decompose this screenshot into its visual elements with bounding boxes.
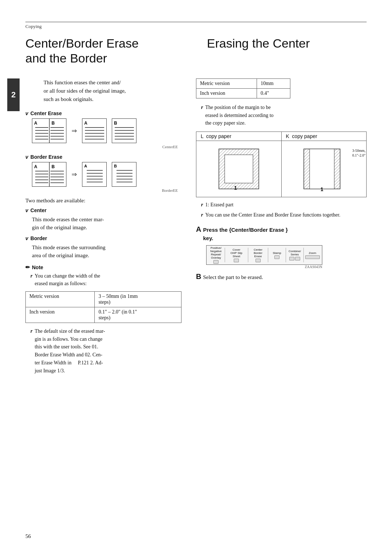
table-row: Inch version 0.1" – 2.0" (in 0.1"steps): [26, 307, 181, 323]
key-buttons-6: [305, 255, 320, 259]
bullet-v-3: v: [25, 207, 28, 213]
svg-rect-52: [225, 155, 253, 183]
table-cell: Metric version: [196, 78, 257, 88]
border-erase-label: v Border Erase: [25, 154, 181, 160]
r-bullet-3: r: [201, 104, 203, 127]
svg-text:A: A: [84, 164, 87, 168]
key-group-2: CoverOHP Slip Sheet: [226, 248, 246, 262]
svg-text:A: A: [34, 164, 37, 169]
border-erase-result-B: B: [112, 162, 136, 187]
key-group-label-5: Combine/Series: [289, 250, 301, 256]
key-group-4: Stamp: [270, 251, 284, 259]
default-value-table: Metric version 10mm Inch version 0.4": [196, 78, 290, 98]
right-note-1: r The position of the margin to beerased…: [201, 104, 367, 127]
key-group-5: Combine/Series: [287, 250, 302, 260]
step-A: A Press the {Center/Border Erase }key.: [196, 225, 367, 242]
two-methods-text: Two methods are available:: [25, 198, 181, 204]
center-mode-desc: This mode erases the center mar-gin of t…: [32, 215, 181, 232]
bullet-v-1: v: [25, 110, 28, 116]
key-group-label-3: CenterBorder Erase: [250, 248, 266, 258]
key-group-label-4: Stamp: [273, 251, 281, 255]
breadcrumb: Copying: [25, 24, 367, 29]
table-cell: 3 – 50mm (in 1mmsteps): [95, 292, 181, 307]
arrow-2: ⇒: [72, 170, 77, 178]
center-mode-label: v Center: [25, 207, 181, 213]
border-erase-book-before: A B: [32, 162, 66, 187]
center-erase-label: v Center Erase: [25, 110, 181, 116]
copy-paper-section: L copy paper K copy paper: [196, 132, 367, 197]
key-buttons-5: [289, 257, 300, 260]
right-note-2-text: You can use the Center Erase and Border …: [205, 211, 340, 219]
center-mode-section: v Center This mode erases the center mar…: [25, 207, 181, 232]
border-mode-text: Border: [30, 235, 47, 241]
intro-text: This function erases the center and/or a…: [44, 78, 181, 104]
left-title-col: Center/Border Eraseand the Border: [25, 36, 185, 70]
key-buttons-2: [234, 259, 239, 262]
cp-header-left: L copy paper: [196, 132, 282, 141]
svg-text:A: A: [84, 121, 87, 126]
table-row: Inch version 0.4": [196, 88, 290, 98]
top-rule: [25, 22, 367, 22]
main-title: Center/Border Eraseand the Border: [25, 36, 185, 66]
svg-text:B: B: [114, 164, 117, 168]
copy-paper-header: L copy paper K copy paper: [196, 132, 367, 141]
table-row: Metric version 10mm: [196, 78, 290, 88]
key-group-label-1: Positive/NegativeRepeat/Overlay: [210, 246, 222, 259]
right-note-2: r You can use the Center Erase and Borde…: [201, 211, 367, 219]
table-cell: 0.1" – 2.0" (in 0.1"steps): [95, 307, 181, 323]
right-note-1-text: The position of the margin to beerased i…: [205, 104, 273, 127]
bullet-v-2: v: [25, 154, 28, 160]
svg-text:A: A: [34, 121, 37, 126]
l-copy-diagram: 1: [196, 141, 282, 197]
r-bullet-1: r: [30, 272, 32, 288]
svg-text:B: B: [52, 121, 55, 126]
pencil-icon: ✏: [25, 264, 30, 271]
note-text: Note: [32, 264, 43, 270]
center-erase-result-B: B: [112, 118, 136, 143]
key-btn: [256, 259, 261, 262]
border-erase-result-A: A: [82, 162, 107, 187]
svg-text:B: B: [52, 164, 55, 169]
step-B-text: Select the part to be erased.: [203, 273, 367, 282]
table-cell: 10mm: [257, 78, 290, 88]
key-buttons-3: [256, 259, 261, 262]
center-mode-text: Center: [30, 207, 46, 213]
page-number: 56: [25, 533, 31, 539]
key-btn-wide: [305, 255, 320, 259]
step-A-text: Press the {Center/Border Erase }key.: [203, 226, 367, 242]
erased-part-text: 1: Erased part: [205, 201, 233, 209]
border-erase-diagram: A B ⇒ A: [32, 162, 181, 187]
key-buttons-4: [274, 255, 279, 259]
k-copy-diagram: 1 3-50mm,0.1"-2.0": [282, 141, 367, 197]
key-buttons-1: [213, 260, 219, 264]
dim-label: 3-50mm,0.1"-2.0": [352, 148, 366, 158]
right-title-col: Erasing the Center: [207, 36, 367, 70]
table-cell: Inch version: [26, 307, 95, 323]
table-cell: Inch version: [196, 88, 257, 98]
right-body: Metric version 10mm Inch version 0.4" r …: [196, 78, 367, 378]
svg-text:B: B: [114, 121, 117, 126]
border-mode-desc: This mode erases the surroundingarea of …: [32, 243, 181, 260]
step-B-letter: B: [196, 272, 201, 281]
erased-part-note: r 1: Erased part: [201, 201, 367, 209]
r-bullet-5: r: [201, 211, 203, 219]
table-cell: 0.4": [257, 88, 290, 98]
margin-table: Metric version 3 – 50mm (in 1mmsteps) In…: [25, 291, 181, 323]
table-row: Metric version 3 – 50mm (in 1mmsteps): [26, 292, 181, 307]
key-btn: [289, 257, 294, 260]
key-group-6: Zoom: [305, 251, 320, 259]
panel-caption: ZAAS043N: [206, 265, 322, 269]
border-erase-caption: BorderEE: [25, 188, 178, 193]
body-row: 2 This function erases the center and/or…: [25, 78, 367, 378]
r-bullet-4: r: [201, 201, 203, 209]
border-mode-section: v Border This mode erases the surroundin…: [25, 235, 181, 260]
cp-header-right: K copy paper: [282, 132, 367, 141]
step-B: B Select the part to be erased.: [196, 272, 367, 282]
right-title: Erasing the Center: [207, 36, 367, 51]
key-btn: [295, 257, 300, 260]
border-mode-label: v Border: [25, 235, 181, 241]
step-A-letter: A: [196, 225, 201, 234]
default-margin-note: r The default size of the erased mar-gin…: [30, 327, 181, 376]
diagrams-row: 1: [196, 141, 367, 197]
svg-rect-56: [310, 149, 334, 189]
